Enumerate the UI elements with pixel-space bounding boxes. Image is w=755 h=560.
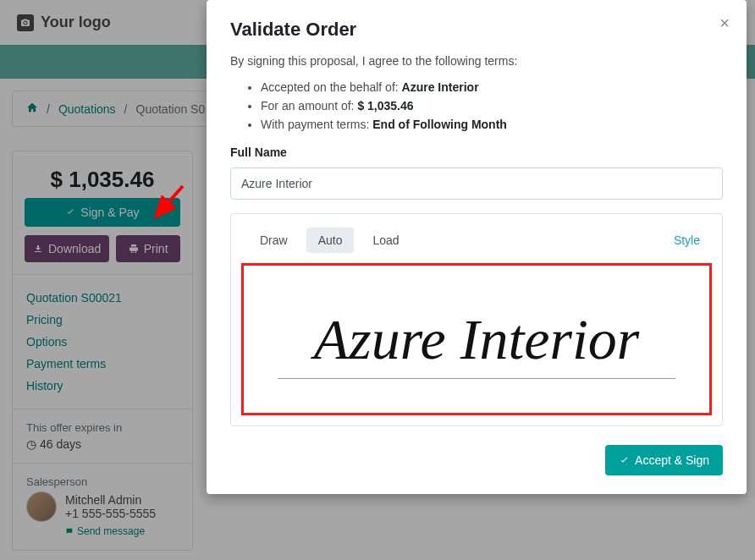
tab-draw[interactable]: Draw — [248, 228, 300, 253]
fullname-label: Full Name — [230, 145, 723, 159]
validate-order-modal: × Validate Order By signing this proposa… — [207, 0, 747, 494]
signature-canvas[interactable]: Azure Interior — [241, 263, 712, 415]
accept-sign-label: Accept & Sign — [635, 453, 709, 467]
tab-auto[interactable]: Auto — [306, 228, 355, 253]
term-payment: With payment terms: End of Following Mon… — [261, 115, 723, 134]
terms-intro: By signing this proposal, I agree to the… — [230, 54, 723, 68]
modal-title: Validate Order — [230, 19, 723, 41]
signature-preview: Azure Interior — [314, 306, 640, 373]
check-icon — [619, 455, 630, 466]
fullname-input[interactable] — [230, 167, 723, 200]
signature-baseline — [278, 378, 675, 379]
term-amount: For an amount of: $ 1,035.46 — [261, 96, 723, 115]
term-accepted: Accepted on the behalf of: Azure Interio… — [261, 78, 723, 96]
terms-block: By signing this proposal, I agree to the… — [230, 54, 723, 134]
accept-and-sign-button[interactable]: Accept & Sign — [605, 445, 723, 475]
tab-load[interactable]: Load — [361, 228, 411, 253]
signature-card: Draw Auto Load Style Azure Interior — [230, 213, 723, 426]
close-button[interactable]: × — [719, 14, 730, 33]
signature-style-link[interactable]: Style — [674, 233, 705, 247]
